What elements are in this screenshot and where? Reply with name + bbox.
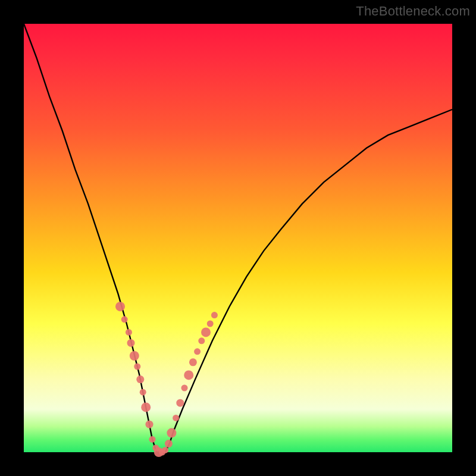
chart-frame: TheBottleneck.com	[0, 0, 476, 476]
curve-marker	[181, 385, 188, 392]
curve-marker	[126, 329, 132, 336]
curve-marker	[121, 316, 128, 322]
curve-marker	[176, 399, 184, 407]
curve-marker	[165, 440, 173, 447]
curve-marker	[134, 364, 140, 370]
curve-marker	[167, 428, 176, 438]
curve-marker	[140, 389, 146, 396]
curve-marker	[194, 348, 201, 355]
curve-marker	[162, 447, 168, 453]
curve-marker	[207, 321, 214, 327]
curve-marker	[184, 370, 193, 380]
curve-marker	[127, 339, 135, 347]
watermark-text: TheBottleneck.com	[356, 4, 470, 19]
curve-markers	[115, 302, 218, 457]
curve-marker	[198, 337, 205, 344]
curve-marker	[149, 436, 156, 443]
curve-marker	[130, 351, 139, 361]
chart-svg	[24, 24, 452, 452]
plot-area	[24, 24, 452, 452]
curve-marker	[211, 312, 218, 318]
curve-marker	[173, 415, 179, 421]
curve-marker	[136, 375, 144, 383]
curve-marker	[189, 358, 197, 366]
bottleneck-curve	[24, 24, 452, 452]
curve-marker	[201, 327, 211, 337]
curve-marker	[141, 402, 151, 412]
curve-marker	[146, 421, 154, 428]
curve-marker	[115, 302, 125, 311]
